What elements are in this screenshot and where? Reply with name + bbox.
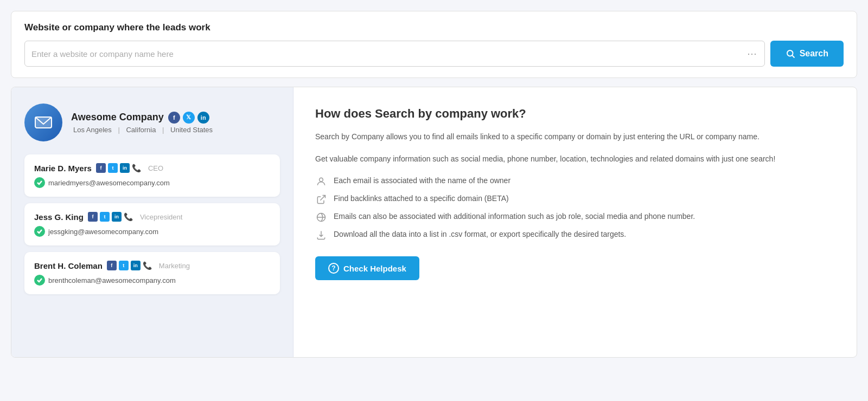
- info-title: How does Search by company work?: [315, 107, 835, 121]
- verified-badge-1: [34, 226, 45, 237]
- lead-top-0: Marie D. Myers f t in 📞 CEO: [34, 163, 270, 173]
- lead-email-1[interactable]: jessgking@awesomecompany.com: [48, 228, 158, 236]
- lead-cards-container: Marie D. Myers f t in 📞 CEO mariedmyers@…: [24, 154, 280, 294]
- more-options-icon[interactable]: ⋯: [747, 48, 758, 60]
- lead-card: Brent H. Coleman f t in 📞 Marketing bren…: [24, 252, 280, 294]
- lead-linkedin-icon[interactable]: in: [131, 261, 141, 270]
- lead-twitter-icon[interactable]: t: [108, 163, 118, 173]
- feature-icon-0: [315, 176, 327, 187]
- lead-top-1: Jess G. King f t in 📞 Vicepresident: [34, 212, 270, 222]
- svg-line-1: [792, 55, 794, 57]
- lead-social-icons: f t in 📞: [96, 163, 142, 173]
- question-circle-icon: ?: [328, 263, 339, 274]
- company-linkedin-icon[interactable]: in: [197, 112, 209, 124]
- lead-twitter-icon[interactable]: t: [119, 261, 129, 270]
- company-info: Awesome Company f 𝕏 in Los Angeles | Cal…: [71, 112, 215, 134]
- feature-item-0: Each email is associated with the name o…: [315, 175, 835, 187]
- search-icon: [786, 49, 795, 59]
- lead-name-2: Brent H. Coleman: [34, 261, 103, 270]
- company-location: Los Angeles | California | United States: [71, 126, 215, 134]
- feature-text-1: Find backlinks attached to a specific do…: [334, 193, 509, 205]
- lead-email-row-0: mariedmyers@awesomecompany.com: [34, 177, 270, 188]
- envelope-icon: [33, 112, 54, 133]
- search-title: Website or company where the leads work: [24, 22, 844, 33]
- lead-email-2[interactable]: brenthcoleman@awesomecompany.com: [48, 276, 176, 284]
- search-button[interactable]: Search: [770, 41, 844, 67]
- lead-email-row-2: brenthcoleman@awesomecompany.com: [34, 275, 270, 286]
- search-row: ⋯ Search: [24, 41, 844, 67]
- lead-phone-icon[interactable]: 📞: [124, 212, 133, 222]
- lead-facebook-icon[interactable]: f: [107, 261, 117, 270]
- verified-badge-0: [34, 177, 45, 188]
- feature-icon-3: [315, 229, 327, 241]
- lead-name-1: Jess G. King: [34, 212, 84, 222]
- lead-social-icons: f t in 📞: [88, 212, 133, 222]
- lead-linkedin-icon[interactable]: in: [120, 163, 130, 173]
- feature-text-2: Emails can also be associated with addit…: [334, 211, 695, 223]
- verified-badge-2: [34, 275, 45, 286]
- company-header: Awesome Company f 𝕏 in Los Angeles | Cal…: [24, 104, 280, 141]
- lead-phone-icon[interactable]: 📞: [143, 261, 152, 270]
- feature-icon-1: [315, 193, 327, 205]
- svg-line-4: [320, 196, 325, 200]
- company-logo: [24, 104, 62, 141]
- lead-card: Marie D. Myers f t in 📞 CEO mariedmyers@…: [24, 154, 280, 197]
- lead-name-0: Marie D. Myers: [34, 164, 92, 173]
- feature-text-0: Each email is associated with the name o…: [334, 175, 510, 187]
- lead-role-2: Marketing: [159, 262, 190, 270]
- svg-point-3: [320, 178, 323, 182]
- info-para-1: Search by Company allows you to find all…: [315, 131, 835, 143]
- info-para-2: Get valuable company information such as…: [315, 153, 835, 165]
- search-input-wrap: ⋯: [24, 41, 765, 67]
- company-facebook-icon[interactable]: f: [168, 112, 180, 124]
- feature-item-2: Emails can also be associated with addit…: [315, 211, 835, 223]
- main-content: Awesome Company f 𝕏 in Los Angeles | Cal…: [11, 87, 857, 358]
- left-panel: Awesome Company f 𝕏 in Los Angeles | Cal…: [11, 87, 293, 357]
- helpdesk-button[interactable]: ? Check Helpdesk: [315, 256, 419, 280]
- lead-facebook-icon[interactable]: f: [96, 163, 106, 173]
- company-twitter-icon[interactable]: 𝕏: [183, 112, 195, 124]
- lead-role-0: CEO: [148, 164, 163, 172]
- lead-email-0[interactable]: mariedmyers@awesomecompany.com: [48, 179, 170, 187]
- lead-role-1: Vicepresident: [140, 213, 183, 221]
- features-list: Each email is associated with the name o…: [315, 175, 835, 241]
- search-input[interactable]: [31, 49, 747, 59]
- company-name-row: Awesome Company f 𝕏 in: [71, 112, 215, 124]
- lead-top-2: Brent H. Coleman f t in 📞 Marketing: [34, 261, 270, 270]
- company-name: Awesome Company: [71, 112, 164, 123]
- right-panel: How does Search by company work? Search …: [293, 87, 857, 357]
- lead-card: Jess G. King f t in 📞 Vicepresident jess…: [24, 203, 280, 245]
- feature-icon-2: [315, 211, 327, 223]
- feature-text-3: Download all the data into a list in .cs…: [334, 229, 626, 241]
- feature-item-3: Download all the data into a list in .cs…: [315, 229, 835, 241]
- lead-linkedin-icon[interactable]: in: [112, 212, 122, 222]
- search-section: Website or company where the leads work …: [11, 11, 857, 78]
- feature-item-1: Find backlinks attached to a specific do…: [315, 193, 835, 205]
- lead-twitter-icon[interactable]: t: [100, 212, 110, 222]
- lead-email-row-1: jessgking@awesomecompany.com: [34, 226, 270, 237]
- company-social-icons: f 𝕏 in: [168, 112, 209, 124]
- lead-facebook-icon[interactable]: f: [88, 212, 98, 222]
- lead-social-icons: f t in 📞: [107, 261, 152, 270]
- lead-phone-icon[interactable]: 📞: [132, 163, 142, 173]
- svg-point-0: [787, 50, 793, 56]
